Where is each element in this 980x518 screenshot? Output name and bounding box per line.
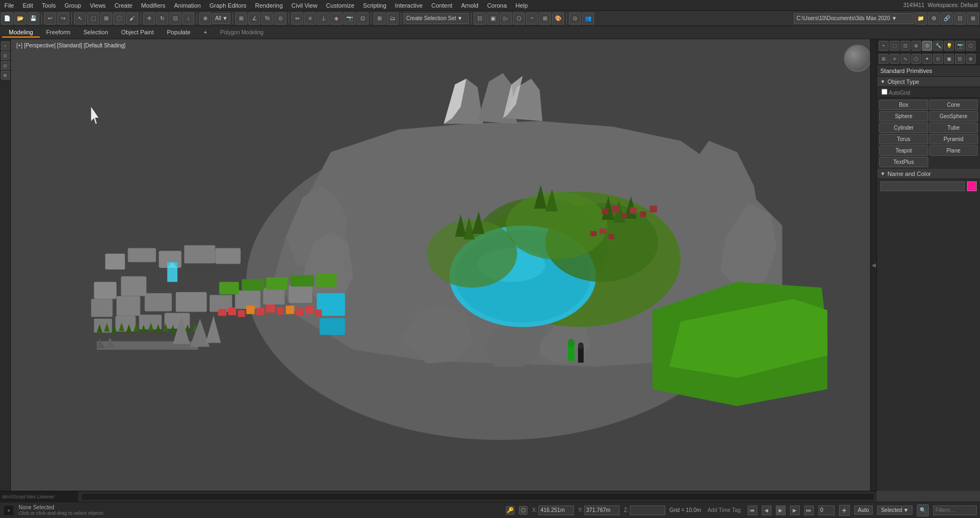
panel-icon-2[interactable]: ⬚ [890, 41, 899, 51]
angle-snap-button[interactable]: ∠ [248, 13, 260, 25]
scene-states-button[interactable]: ⊡ [954, 13, 966, 25]
menu-corona[interactable]: Corona [485, 2, 509, 9]
panel-icon-3[interactable]: ⊡ [901, 41, 910, 51]
material-editor-button[interactable]: ⬡ [513, 13, 525, 25]
render-frame-button[interactable]: ▣ [487, 13, 499, 25]
tab-object-paint[interactable]: Object Paint [115, 28, 161, 38]
sub-icon-2[interactable]: ≡ [890, 54, 899, 64]
redo-button[interactable]: ↪ [57, 13, 69, 25]
maxscript-toggle[interactable]: ▲ [3, 505, 14, 516]
lasso-button[interactable]: 〇 [113, 13, 125, 25]
play-button[interactable]: ▶ [776, 505, 786, 515]
panel-icon-5[interactable]: ⚙ [922, 41, 932, 51]
tab-selection[interactable]: Selection [77, 28, 114, 38]
add-key-button[interactable]: + [839, 505, 850, 516]
navigation-ball[interactable] [844, 45, 871, 72]
left-tool-4[interactable]: ⊕ [1, 71, 10, 80]
object-name-input[interactable] [880, 181, 965, 191]
autogrid-checkbox[interactable] [881, 89, 887, 95]
textplus-button[interactable]: TextPlus [879, 157, 928, 167]
curve-editor-button[interactable]: ~ [526, 13, 538, 25]
tab-freeform[interactable]: Freeform [40, 28, 77, 38]
select-rotate-button[interactable]: ↻ [156, 13, 168, 25]
frame-counter[interactable]: 0 [818, 505, 835, 515]
menu-tools[interactable]: Tools [40, 2, 58, 9]
place-button[interactable]: ↓ [182, 13, 194, 25]
path-settings-button[interactable]: ⚙ [928, 13, 940, 25]
ref-coord-button[interactable]: ⊕ [199, 13, 211, 25]
sub-icon-3[interactable]: ∿ [901, 54, 910, 64]
object-type-header[interactable]: ▼ Object Type [877, 77, 980, 87]
asset-tracking-button[interactable]: 🔗 [941, 13, 953, 25]
mirror-button[interactable]: ⇔ [291, 13, 303, 25]
color-swatch[interactable] [967, 181, 977, 191]
sub-icon-9[interactable]: ⊕ [966, 54, 976, 64]
sphere-button[interactable]: Sphere [879, 111, 928, 121]
panel-icon-9[interactable]: ⬡ [966, 41, 976, 51]
render-setup-button[interactable]: ⊡ [474, 13, 486, 25]
viewport[interactable]: [+] [Perspective] [Standard] [Default Sh… [11, 39, 877, 491]
sub-icon-7[interactable]: ▣ [944, 54, 954, 64]
pyramid-button[interactable]: Pyramid [929, 134, 978, 144]
snap-toggle-button[interactable]: ⊞ [235, 13, 247, 25]
teapot-button[interactable]: Teapot [879, 145, 928, 156]
search-button[interactable]: 🔍 [917, 504, 929, 516]
torus-button[interactable]: Torus [879, 134, 928, 144]
left-tool-1[interactable]: + [1, 41, 10, 50]
panel-icon-6[interactable]: 🔧 [933, 41, 943, 51]
add-time-tag-btn[interactable]: Add Time Tag [706, 507, 743, 513]
paint-select-button[interactable]: 🖌 [126, 13, 138, 25]
sub-icon-6[interactable]: ⊙ [933, 54, 943, 64]
tube-button[interactable]: Tube [929, 123, 978, 133]
next-frame-button[interactable]: ▶ [790, 505, 800, 515]
normal-align-button[interactable]: ⊥ [317, 13, 329, 25]
menu-group[interactable]: Group [62, 2, 83, 9]
select-window-button[interactable]: ⊞ [100, 13, 112, 25]
prev-frame-button[interactable]: ◀ [762, 505, 771, 515]
z-value[interactable] [630, 505, 665, 515]
menu-help[interactable]: Help [513, 2, 530, 9]
percent-snap-button[interactable]: % [261, 13, 273, 25]
select-move-button[interactable]: ✛ [143, 13, 155, 25]
menu-rendering[interactable]: Rendering [253, 2, 285, 9]
container-button[interactable]: ⊞ [967, 13, 979, 25]
filter-input[interactable] [933, 505, 977, 515]
menu-content[interactable]: Content [429, 2, 455, 9]
tab-populate[interactable]: Populate [160, 28, 197, 38]
set-key-button[interactable]: ⬡ [519, 506, 528, 515]
panel-collapse-arrow[interactable]: ◀ [870, 39, 877, 491]
geosphere-button[interactable]: GeoSphere [929, 111, 978, 121]
plane-button[interactable]: Plane [929, 145, 978, 156]
sub-icon-5[interactable]: ✦ [922, 54, 932, 64]
menu-edit[interactable]: Edit [21, 2, 35, 9]
scene-explorer-button[interactable]: 🗂 [387, 13, 399, 25]
tab-more[interactable]: + [197, 28, 213, 38]
select-region-button[interactable]: ⬚ [87, 13, 99, 25]
path-dropdown[interactable]: C:\Users\10\Documents\3ds Max 2020 ▼ [794, 13, 914, 24]
select-scale-button[interactable]: ⊡ [169, 13, 181, 25]
sub-icon-4[interactable]: ⬡ [911, 54, 921, 64]
go-to-end-button[interactable]: ⏭ [804, 505, 814, 515]
selected-dropdown[interactable]: Selected ▼ [877, 505, 912, 515]
menu-interactive[interactable]: Interactive [393, 2, 425, 9]
panel-icon-4[interactable]: ⊕ [911, 41, 921, 51]
menu-graph-editors[interactable]: Graph Editors [207, 2, 249, 9]
x-value[interactable]: 416.251m [538, 505, 574, 515]
menu-modifiers[interactable]: Modifiers [139, 2, 168, 9]
sub-icon-8[interactable]: ⊟ [955, 54, 965, 64]
place-highlight-button[interactable]: ◈ [330, 13, 342, 25]
tab-modeling[interactable]: Modeling [2, 28, 40, 38]
menu-customize[interactable]: Customize [324, 2, 357, 9]
align-button[interactable]: ≡ [304, 13, 316, 25]
more-tools-button[interactable]: ⊙ [569, 13, 581, 25]
y-value[interactable]: 371.767m [584, 505, 620, 515]
selection-set-dropdown[interactable]: Create Selection Set ▼ [403, 13, 469, 24]
name-color-header[interactable]: ▼ Name and Color [877, 169, 980, 179]
color-clipboard-button[interactable]: 🎨 [552, 13, 564, 25]
menu-create[interactable]: Create [112, 2, 134, 9]
auto-button[interactable]: Auto [854, 505, 873, 515]
open-button[interactable]: 📂 [14, 13, 26, 25]
view-dropdown[interactable]: All ▼ [212, 13, 230, 24]
go-to-start-button[interactable]: ⏮ [748, 505, 757, 515]
new-button[interactable]: 📄 [1, 13, 13, 25]
